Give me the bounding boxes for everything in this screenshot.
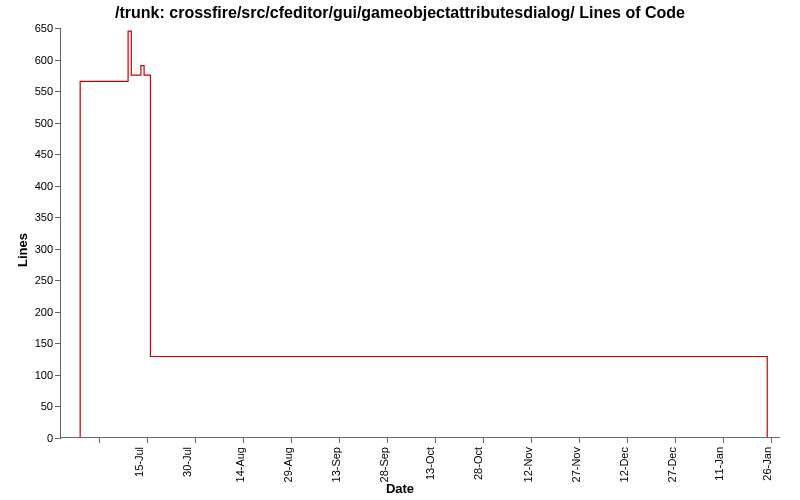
x-tick-label: 12-Nov	[523, 447, 535, 482]
series-line	[80, 31, 767, 437]
y-tick-label: 550	[35, 85, 61, 97]
x-tick	[195, 437, 196, 443]
y-tick-label: 100	[35, 369, 61, 381]
x-tick	[147, 437, 148, 443]
chart-container: /trunk: crossfire/src/cfeditor/gui/gameo…	[0, 0, 800, 500]
y-tick-label: 650	[35, 22, 61, 34]
x-tick	[771, 437, 772, 443]
x-tick-label: 26-Jan	[761, 447, 773, 481]
plot-svg	[61, 28, 780, 437]
x-tick	[483, 437, 484, 443]
x-axis-label: Date	[0, 481, 800, 496]
y-tick-label: 0	[47, 432, 61, 444]
x-tick-label: 29-Aug	[283, 447, 295, 482]
x-tick	[291, 437, 292, 443]
x-tick-label: 13-Sep	[331, 447, 343, 482]
x-tick	[675, 437, 676, 443]
y-tick-label: 250	[35, 274, 61, 286]
x-tick-label: 14-Aug	[235, 447, 247, 482]
y-tick-label: 600	[35, 54, 61, 66]
x-tick-label: 28-Sep	[379, 447, 391, 482]
x-tick-label: 13-Oct	[424, 447, 436, 480]
x-tick-label: 11-Jan	[713, 447, 725, 481]
x-tick	[435, 437, 436, 443]
y-tick-label: 150	[35, 337, 61, 349]
y-tick-label: 50	[41, 400, 61, 412]
x-tick	[627, 437, 628, 443]
x-tick-label: 27-Nov	[571, 447, 583, 482]
x-tick	[339, 437, 340, 443]
y-tick-label: 300	[35, 243, 61, 255]
plot-area: 0501001502002503003504004505005506006501…	[60, 28, 780, 438]
y-axis-label: Lines	[15, 233, 30, 267]
x-tick-label: 15-Jul	[133, 447, 145, 477]
y-tick-label: 450	[35, 148, 61, 160]
x-tick-label: 30-Jul	[181, 447, 193, 477]
x-tick-label: 28-Oct	[472, 447, 484, 480]
x-tick	[723, 437, 724, 443]
x-tick-label: 12-Dec	[619, 447, 631, 482]
y-tick-label: 200	[35, 306, 61, 318]
x-tick	[579, 437, 580, 443]
x-tick	[243, 437, 244, 443]
x-tick	[531, 437, 532, 443]
y-tick-label: 500	[35, 117, 61, 129]
y-tick-label: 350	[35, 211, 61, 223]
y-tick-label: 400	[35, 180, 61, 192]
x-tick	[387, 437, 388, 443]
chart-title: /trunk: crossfire/src/cfeditor/gui/gameo…	[0, 4, 800, 22]
x-tick-label: 27-Dec	[667, 447, 679, 482]
x-tick	[99, 437, 100, 443]
